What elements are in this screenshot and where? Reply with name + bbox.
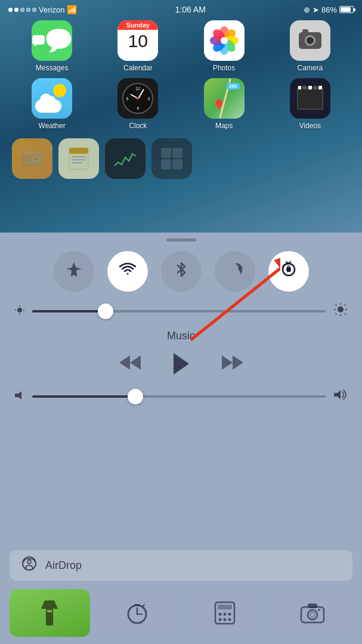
brightness-row bbox=[0, 299, 362, 324]
status-left: Verizon 📶 bbox=[8, 5, 77, 14]
weather-label: Weather bbox=[39, 122, 66, 130]
airplane-icon bbox=[65, 261, 83, 283]
svg-rect-7 bbox=[69, 148, 88, 154]
signal-dot-5 bbox=[32, 8, 36, 12]
clock-icon[interactable]: 12 3 6 9 bbox=[117, 78, 158, 119]
maps-icon[interactable]: 280 bbox=[204, 78, 245, 119]
carrier-label: Verizon bbox=[39, 5, 64, 14]
svg-point-59 bbox=[308, 610, 317, 620]
music-title: Music bbox=[14, 330, 348, 342]
photos-label: Photos bbox=[213, 64, 235, 72]
calculator-tile[interactable] bbox=[185, 589, 265, 637]
clock-face: 12 3 6 9 bbox=[122, 83, 153, 114]
battery-percent: 86% bbox=[321, 5, 337, 14]
svg-line-48 bbox=[142, 605, 144, 607]
play-icon bbox=[174, 353, 189, 374]
app-item-messages[interactable]: Messages bbox=[12, 20, 92, 72]
rotation-lock-icon bbox=[280, 261, 297, 282]
videos-icon[interactable] bbox=[290, 78, 330, 119]
svg-point-4 bbox=[35, 158, 37, 160]
calendar-label: Calendar bbox=[123, 64, 153, 72]
moon-icon bbox=[227, 261, 243, 282]
svg-rect-5 bbox=[23, 151, 42, 154]
app-item-maps[interactable]: 280 Maps bbox=[184, 78, 264, 130]
app-item-calendar[interactable]: Sunday 10 Calendar bbox=[98, 20, 178, 72]
fast-forward-button[interactable] bbox=[222, 354, 243, 373]
airdrop-icon bbox=[21, 556, 37, 575]
clock-center bbox=[137, 97, 139, 100]
signal-dot-3 bbox=[20, 8, 24, 12]
app-item-photos[interactable]: Photos bbox=[184, 20, 264, 72]
weather-sun bbox=[53, 84, 66, 97]
wifi-icon: 📶 bbox=[67, 5, 77, 14]
photos-icon[interactable] bbox=[204, 20, 245, 61]
signal-dot-1 bbox=[8, 8, 13, 12]
wifi-icon bbox=[119, 261, 137, 283]
flashlight-icon bbox=[41, 600, 58, 626]
app-item-weather[interactable]: Weather bbox=[12, 78, 92, 130]
app-item-notes[interactable] bbox=[58, 138, 99, 179]
airdrop-row[interactable]: AirDrop bbox=[10, 550, 352, 581]
svg-rect-10 bbox=[72, 162, 82, 163]
wallet-icon[interactable] bbox=[12, 138, 52, 179]
more-icon[interactable] bbox=[151, 138, 192, 179]
cc-handle bbox=[0, 233, 362, 246]
bottom-tiles bbox=[10, 589, 352, 637]
camera-label: Camera bbox=[298, 64, 323, 72]
camera-icon[interactable] bbox=[290, 20, 330, 61]
volume-slider[interactable] bbox=[32, 395, 326, 398]
bottom-actions: AirDrop bbox=[0, 544, 362, 644]
svg-point-53 bbox=[228, 613, 231, 616]
svg-point-40 bbox=[27, 560, 31, 564]
svg-marker-37 bbox=[15, 391, 21, 400]
rewind-button[interactable] bbox=[119, 354, 141, 373]
camera-bump bbox=[302, 29, 308, 33]
svg-rect-9 bbox=[72, 159, 86, 160]
signal-dot-2 bbox=[14, 8, 18, 12]
svg-line-31 bbox=[345, 305, 346, 306]
app-item-clock[interactable]: 12 3 6 9 Clock bbox=[98, 78, 178, 130]
airdrop-label: AirDrop bbox=[45, 559, 82, 572]
bluetooth-toggle[interactable] bbox=[161, 251, 202, 292]
wifi-toggle[interactable] bbox=[107, 251, 148, 292]
notes-icon[interactable] bbox=[58, 138, 99, 179]
timer-tile[interactable] bbox=[97, 589, 178, 637]
svg-point-54 bbox=[218, 618, 221, 621]
camera-tile[interactable] bbox=[272, 589, 352, 637]
brightness-thumb[interactable] bbox=[98, 304, 113, 319]
svg-marker-41 bbox=[41, 600, 58, 609]
svg-rect-0 bbox=[32, 35, 45, 45]
clock-label: Clock bbox=[129, 122, 147, 130]
svg-rect-11 bbox=[161, 148, 171, 158]
svg-rect-47 bbox=[134, 604, 140, 606]
volume-thumb[interactable] bbox=[128, 389, 143, 404]
app-item-camera[interactable]: Camera bbox=[270, 20, 350, 72]
svg-marker-35 bbox=[222, 355, 233, 370]
airplane-mode-toggle[interactable] bbox=[54, 251, 94, 292]
messages-icon[interactable] bbox=[32, 20, 72, 61]
svg-marker-1 bbox=[35, 45, 38, 47]
weather-icon[interactable] bbox=[32, 78, 72, 119]
svg-marker-38 bbox=[334, 390, 341, 400]
svg-rect-43 bbox=[47, 610, 52, 612]
battery-body bbox=[339, 6, 354, 13]
status-time: 1:06 AM bbox=[175, 5, 205, 14]
play-button[interactable] bbox=[174, 353, 189, 374]
calendar-day-name: Sunday bbox=[117, 20, 158, 30]
timer-icon bbox=[125, 601, 149, 625]
calculator-icon bbox=[214, 601, 236, 625]
app-item-wallet[interactable] bbox=[12, 138, 52, 179]
volume-fill bbox=[32, 395, 135, 398]
do-not-disturb-toggle[interactable] bbox=[215, 251, 255, 292]
flashlight-tile[interactable] bbox=[10, 589, 90, 637]
app-item-more[interactable] bbox=[151, 138, 192, 179]
brightness-low-icon bbox=[14, 305, 25, 318]
app-item-videos[interactable]: Videos bbox=[270, 78, 350, 130]
volume-high-icon bbox=[333, 389, 348, 404]
rotation-lock-toggle[interactable] bbox=[268, 251, 309, 292]
calendar-icon[interactable]: Sunday 10 bbox=[117, 20, 158, 61]
app-item-stocks[interactable] bbox=[105, 138, 146, 179]
stocks-icon[interactable] bbox=[105, 138, 146, 179]
brightness-slider[interactable] bbox=[32, 310, 326, 312]
battery-fill bbox=[341, 7, 351, 12]
